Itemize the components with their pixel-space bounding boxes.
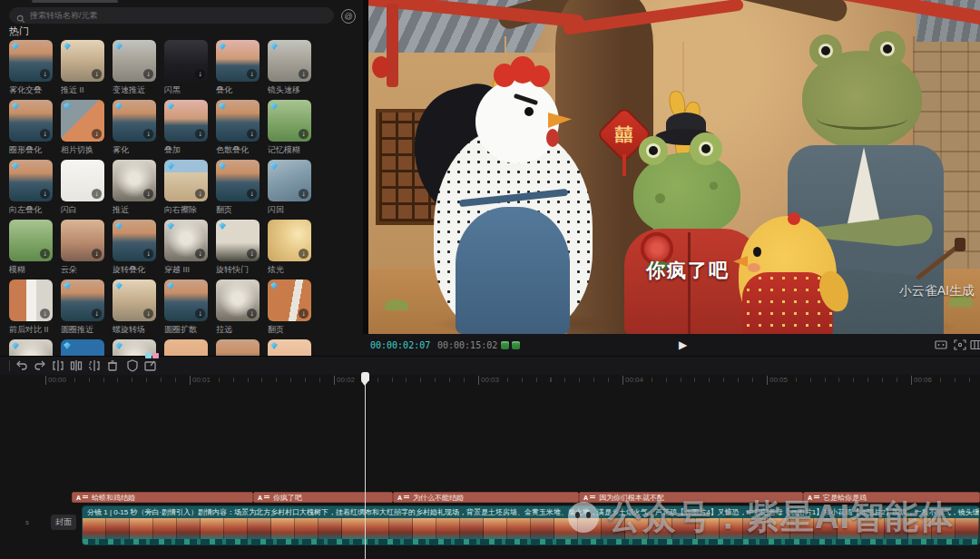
transition-thumbnail: ↓: [164, 40, 208, 82]
delete-icon[interactable]: [105, 358, 120, 373]
quality-badge[interactable]: [501, 341, 509, 349]
search-bar[interactable]: [9, 7, 334, 24]
download-icon: ↓: [40, 129, 50, 139]
transition-card[interactable]: [9, 339, 53, 356]
transition-card[interactable]: ↓旋转叠化: [113, 220, 156, 280]
transition-card[interactable]: ↓推近 II: [61, 40, 104, 100]
transition-card[interactable]: ↓叠化: [216, 40, 260, 100]
adapt-panel-icon[interactable]: [970, 339, 980, 350]
filmstrip-frame: [413, 518, 436, 539]
transition-card[interactable]: ↓相片切换: [61, 100, 104, 160]
rooster-wattle: [546, 129, 559, 147]
transition-card[interactable]: ↓云朵: [61, 220, 104, 280]
text-clip[interactable]: A你疯了吧: [253, 492, 393, 503]
mask-icon[interactable]: [125, 358, 140, 373]
transition-card[interactable]: ↓色散叠化: [216, 100, 260, 160]
transition-card[interactable]: ↓拉远: [216, 280, 260, 339]
download-icon: ↓: [195, 69, 205, 79]
vip-diamond-icon: [167, 103, 174, 110]
transition-thumbnail: ↓: [113, 100, 156, 142]
fullscreen-icon[interactable]: [954, 339, 966, 350]
video-watermark: 小云雀AI生成: [899, 283, 975, 299]
download-icon: ↓: [40, 309, 50, 319]
transition-label: 记忆模糊: [268, 144, 311, 156]
filmstrip-frame: [460, 518, 484, 539]
vip-diamond-icon: [167, 282, 174, 289]
transition-label: 雾化: [113, 144, 156, 156]
transition-label: 前后对比 II: [9, 324, 53, 336]
transition-card[interactable]: ↓镜头速移: [268, 40, 311, 100]
ruler-label: 00:00: [45, 376, 66, 385]
transition-card[interactable]: ↓翻页: [216, 160, 260, 220]
transition-card[interactable]: [268, 339, 311, 356]
split-icon[interactable]: [69, 358, 83, 373]
download-icon: ↓: [299, 309, 309, 319]
transition-card[interactable]: ↓雾化交叠: [9, 40, 53, 100]
download-icon: ↓: [299, 189, 309, 199]
transition-card[interactable]: ↓模糊: [9, 220, 53, 280]
transition-label: 相片切换: [61, 144, 104, 156]
transition-card[interactable]: ↓闪白: [61, 160, 104, 220]
vip-diamond-icon: [270, 342, 278, 349]
transition-card[interactable]: ↓圈形叠化: [9, 100, 53, 160]
red-lantern: [372, 56, 390, 78]
transition-card[interactable]: ↓穿越 III: [164, 220, 208, 280]
transition-label: 推近: [113, 204, 156, 216]
transition-label: 圆圈扩散: [164, 324, 208, 336]
download-icon: ↓: [40, 189, 50, 199]
transition-card[interactable]: ↓圆圈推近: [61, 280, 104, 339]
transition-card[interactable]: ↓前后对比 II: [9, 280, 53, 339]
quality-badge[interactable]: [512, 341, 520, 349]
search-by-element-button[interactable]: @: [341, 9, 356, 24]
ornament-tassel: [622, 154, 626, 176]
transition-label: 模糊: [9, 264, 53, 276]
playhead-line[interactable]: [365, 377, 366, 559]
transition-card[interactable]: [216, 339, 260, 356]
transition-card[interactable]: ↓记忆模糊: [268, 100, 311, 160]
transition-card[interactable]: ↓炫光: [268, 220, 311, 280]
ruler-label: 00:01: [190, 376, 211, 385]
transition-card[interactable]: ↓叠加: [164, 100, 208, 160]
transition-card[interactable]: ↓螺旋转场: [113, 280, 156, 339]
cover-button[interactable]: 封面: [51, 515, 76, 530]
transition-card[interactable]: ↓翻页: [268, 280, 311, 339]
transition-card[interactable]: ↓雾化: [113, 100, 156, 160]
undo-icon[interactable]: [15, 358, 29, 373]
transition-card[interactable]: ↓推近: [113, 160, 156, 220]
text-clip[interactable]: A为什么不能结婚: [393, 492, 579, 503]
redo-icon[interactable]: [33, 358, 47, 373]
trim-right-icon[interactable]: [87, 358, 102, 373]
transition-card[interactable]: ↓闪黑: [164, 40, 208, 100]
transition-card[interactable]: [164, 339, 208, 356]
transition-thumbnail: ↓: [61, 160, 104, 201]
transition-thumbnail: ↓: [268, 160, 311, 201]
filmstrip-frame: [531, 518, 554, 539]
download-icon: ↓: [299, 69, 309, 79]
caption-edit-icon[interactable]: [143, 358, 158, 373]
clip-waveform: [83, 539, 979, 545]
vip-diamond-icon: [115, 43, 122, 50]
transition-thumbnail: ↓: [61, 280, 104, 321]
play-button[interactable]: ▶: [679, 338, 687, 351]
search-input[interactable]: [30, 11, 327, 20]
aspect-ratio-icon[interactable]: [935, 339, 947, 350]
trim-left-icon[interactable]: [51, 358, 65, 373]
download-icon: ↓: [92, 189, 102, 199]
timeline-ruler[interactable]: 00:0000:0100:0200:0300:0400:0500:06: [0, 375, 980, 387]
transition-card[interactable]: [61, 339, 104, 356]
ruler-label: 00:04: [622, 376, 643, 385]
transitions-panel: @ 热门 ↓雾化交叠↓推近 II↓变速推近↓闪黑↓叠化↓镜头速移↓圈形叠化↓相片…: [0, 0, 365, 356]
transition-card[interactable]: ↓旋转快门: [216, 220, 260, 280]
transition-card[interactable]: ↓变速推近: [113, 40, 156, 100]
vip-diamond-icon: [219, 103, 226, 110]
transition-card[interactable]: ↓向左叠化: [9, 160, 53, 220]
ruler-label: 00:02: [334, 376, 355, 385]
transition-card[interactable]: ↓闪回: [268, 160, 311, 220]
ruler-label: 00:05: [767, 376, 788, 385]
transition-card[interactable]: ↓向右擦除: [164, 160, 208, 220]
transition-card[interactable]: ↓圆圈扩散: [164, 280, 208, 339]
text-clip[interactable]: A蛤蟆和鸡结婚: [72, 492, 253, 503]
transition-label: 变速推近: [113, 84, 156, 96]
playhead-handle[interactable]: [361, 372, 369, 381]
download-icon: ↓: [92, 69, 102, 79]
